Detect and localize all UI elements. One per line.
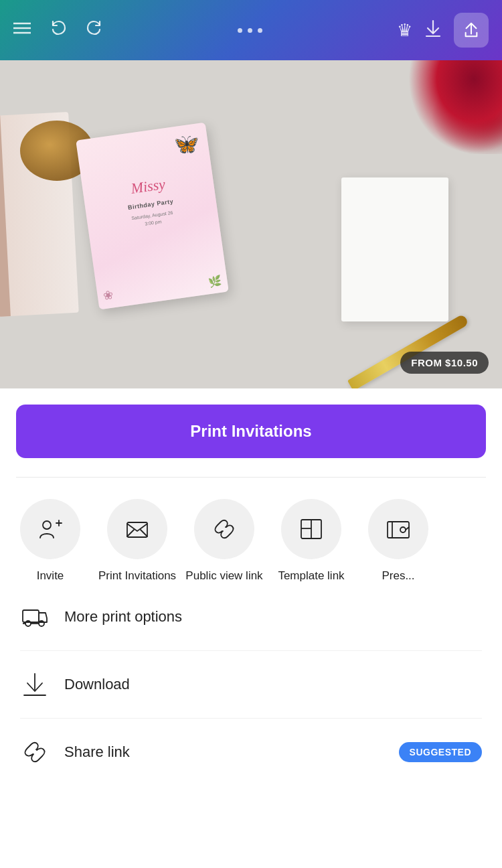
top-navigation: ♛ <box>0 0 502 60</box>
print-invitations-circle <box>107 499 167 559</box>
list-items-container: More print options Download Share link S… <box>0 583 502 786</box>
invite-icon <box>37 516 63 542</box>
action-print-invitations[interactable]: Print Invitations <box>94 499 181 583</box>
butterfly-decoration: 🦋 <box>172 131 199 157</box>
redo-button[interactable] <box>86 19 103 41</box>
nav-right-group: ♛ <box>397 13 489 48</box>
nav-left-group <box>13 19 103 41</box>
public-view-link-circle <box>194 499 254 559</box>
more-print-options-label: More print options <box>64 608 182 626</box>
truck-icon <box>21 603 48 630</box>
template-icon <box>299 516 324 542</box>
more-print-options-item[interactable]: More print options <box>0 583 502 650</box>
invite-label: Invite <box>37 569 64 583</box>
svg-rect-13 <box>23 610 39 622</box>
print-invitations-main-button[interactable]: Print Invitations <box>16 405 486 458</box>
invite-circle <box>20 499 80 559</box>
action-present[interactable]: Pres... <box>355 499 442 583</box>
download-label: Download <box>64 676 130 693</box>
template-link-circle <box>281 499 341 559</box>
svg-point-12 <box>400 527 406 532</box>
svg-rect-7 <box>127 522 147 537</box>
download-item[interactable]: Download <box>0 651 502 718</box>
present-icon <box>386 516 411 542</box>
actions-row: Invite Print Invitations Public view lin… <box>0 478 502 583</box>
envelope-icon <box>124 516 150 542</box>
invitation-card: 🦋 Missy Birthday Party Saturday, August … <box>76 123 229 310</box>
share-link-icon-wrapper <box>20 737 50 767</box>
download-nav-button[interactable] <box>424 19 442 42</box>
white-envelope-card <box>341 177 448 321</box>
action-public-view-link[interactable]: Public view link <box>181 499 268 583</box>
download-icon <box>21 671 48 698</box>
template-link-label: Template link <box>278 569 344 583</box>
link2-icon <box>21 739 48 766</box>
link-icon <box>212 516 237 542</box>
action-invite[interactable]: Invite <box>7 499 94 583</box>
action-template-link[interactable]: Template link <box>268 499 355 583</box>
flowers-prop <box>408 60 502 154</box>
preview-inner: 🦋 Missy Birthday Party Saturday, August … <box>0 60 502 388</box>
share-link-label: Share link <box>64 743 130 761</box>
more-options-button[interactable] <box>238 28 262 33</box>
public-view-link-label: Public view link <box>185 569 262 583</box>
download-icon-wrapper <box>20 670 50 699</box>
price-badge: FROM $10.50 <box>400 352 489 374</box>
premium-icon[interactable]: ♛ <box>397 20 412 41</box>
share-button[interactable] <box>454 13 489 48</box>
notebook-spine <box>0 115 11 317</box>
card-flowers-left: ❀ <box>102 287 114 303</box>
menu-icon[interactable] <box>13 21 31 39</box>
design-preview: 🦋 Missy Birthday Party Saturday, August … <box>0 60 502 388</box>
share-link-item[interactable]: Share link SUGGESTED <box>0 719 502 786</box>
suggested-badge: SUGGESTED <box>399 742 482 762</box>
more-print-icon-wrapper <box>20 602 50 632</box>
undo-button[interactable] <box>50 19 67 41</box>
svg-point-4 <box>43 521 51 529</box>
present-circle <box>368 499 428 559</box>
print-invitations-label: Print Invitations <box>98 569 176 583</box>
card-flowers-right: 🌿 <box>207 275 222 289</box>
present-label: Pres... <box>382 569 414 583</box>
